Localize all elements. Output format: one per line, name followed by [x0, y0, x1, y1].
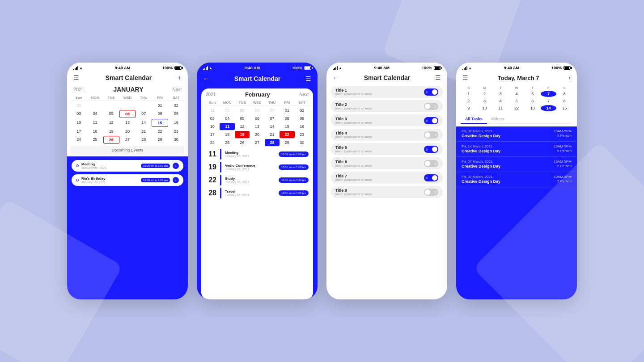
- cal-day[interactable]: 06: [119, 110, 136, 118]
- mini-day-14[interactable]: 14: [541, 105, 557, 111]
- cal-day[interactable]: 16: [168, 119, 184, 127]
- mini-day[interactable]: 15: [556, 105, 572, 111]
- cal-day[interactable]: 12: [235, 123, 250, 130]
- cal-day[interactable]: 07: [136, 110, 152, 118]
- mini-day[interactable]: 10: [477, 105, 493, 111]
- mini-day[interactable]: 1: [461, 91, 477, 97]
- toggle-3[interactable]: II: [424, 117, 438, 124]
- toggle-1[interactable]: II: [424, 88, 438, 96]
- cal-day[interactable]: 11: [87, 119, 103, 127]
- cal-day[interactable]: [136, 102, 152, 109]
- mini-day[interactable]: 6: [525, 98, 541, 104]
- toggle-6[interactable]: II: [424, 160, 438, 167]
- cal-day[interactable]: 29: [280, 139, 294, 146]
- toggle-7[interactable]: II: [424, 174, 438, 181]
- task-item-4[interactable]: Title 4 lorem ipsum dolor sit amet II: [331, 129, 443, 141]
- cal-day[interactable]: 05: [235, 107, 250, 114]
- menu-icon-1[interactable]: ☰: [73, 74, 79, 81]
- cal-day[interactable]: 23: [168, 128, 184, 135]
- cal-day[interactable]: 30: [168, 136, 184, 144]
- phone2-next[interactable]: Next: [299, 92, 309, 97]
- event-card-2[interactable]: Ria's Birthday January 15, 2021 10:00 am…: [72, 174, 183, 186]
- mini-day[interactable]: 3: [477, 98, 493, 104]
- cal-day[interactable]: 31: [71, 102, 87, 109]
- cal-day-11[interactable]: 11: [220, 123, 234, 130]
- cal-day[interactable]: 15: [280, 123, 294, 130]
- cal-next-1[interactable]: Next: [172, 87, 182, 92]
- mini-day[interactable]: 9: [461, 105, 477, 111]
- cal-day[interactable]: 26: [235, 139, 250, 146]
- back-icon-3[interactable]: ←: [333, 74, 339, 81]
- cal-day[interactable]: [119, 102, 136, 109]
- cal-day[interactable]: 20: [250, 131, 264, 138]
- cal-day[interactable]: 09: [168, 110, 184, 118]
- task-item-7[interactable]: Title 7 lorem ipsum dolor sit amet II: [331, 172, 443, 184]
- cal-day[interactable]: 31: [205, 107, 220, 114]
- cal-day[interactable]: [87, 102, 103, 109]
- cal-day[interactable]: 12: [103, 119, 119, 127]
- cal-day[interactable]: 08: [152, 110, 168, 118]
- mini-day-7[interactable]: 7: [541, 91, 557, 97]
- cal-day[interactable]: 21: [136, 128, 152, 135]
- schedule-item-3[interactable]: Fri, 07 March, 2021 10AM-5PM Creative De…: [456, 157, 577, 172]
- cal-day[interactable]: 20: [119, 128, 136, 135]
- event-list-item-1[interactable]: 11 Meeting January 06, 2021 10:00 am to …: [206, 149, 309, 160]
- cal-day[interactable]: 25: [220, 139, 234, 146]
- task-item-5[interactable]: Title 5 lorem ipsum dolor sit amet II: [331, 143, 443, 155]
- cal-day[interactable]: 26: [103, 136, 119, 144]
- event-action-1[interactable]: ›: [173, 163, 179, 169]
- cal-day[interactable]: 28: [136, 136, 152, 144]
- cal-day-28[interactable]: 28: [265, 139, 280, 146]
- task-item-2[interactable]: Title 2 lorem ipsum dolor sit amet II: [331, 100, 443, 112]
- mini-day[interactable]: 5: [525, 91, 541, 97]
- mini-day[interactable]: 2: [477, 91, 493, 97]
- cal-day[interactable]: 14: [136, 119, 152, 127]
- cal-day[interactable]: 17: [71, 128, 87, 135]
- cal-day-today[interactable]: 15: [152, 119, 168, 127]
- cal-day[interactable]: 07: [265, 107, 280, 114]
- tab-others[interactable]: Others: [487, 115, 509, 123]
- mini-day[interactable]: 4: [492, 98, 508, 104]
- mini-day[interactable]: 2: [461, 98, 477, 104]
- mini-day[interactable]: 8: [556, 91, 572, 97]
- event-list-item-2[interactable]: 19 Vedio Conference January 06, 2021 10:…: [206, 162, 309, 173]
- cal-day[interactable]: 13: [250, 123, 264, 130]
- cal-day[interactable]: 17: [205, 131, 220, 138]
- mini-day[interactable]: 5: [508, 98, 525, 104]
- task-item-6[interactable]: Title 6 lorem ipsum dolor sit amet II: [331, 157, 443, 169]
- cal-day[interactable]: 04: [220, 107, 234, 114]
- cal-day-22[interactable]: 22: [280, 131, 294, 138]
- cal-day[interactable]: 18: [220, 131, 234, 138]
- cal-day[interactable]: 14: [265, 123, 280, 130]
- cal-day[interactable]: 05: [235, 115, 250, 122]
- cal-day[interactable]: 03: [205, 115, 220, 122]
- menu-icon-3[interactable]: ☰: [435, 74, 441, 81]
- mini-day[interactable]: 3: [492, 91, 508, 97]
- back-icon-2[interactable]: ←: [203, 75, 209, 82]
- toggle-5[interactable]: II: [424, 146, 438, 153]
- cal-day[interactable]: 03: [71, 110, 87, 118]
- task-item-3[interactable]: Title 3 lorem ipsum dolor sit amet II: [331, 114, 443, 126]
- cal-day-19[interactable]: 19: [235, 131, 250, 138]
- task-item-8[interactable]: Title 8 lorem ipsum dolor sit amet II: [331, 186, 443, 198]
- cal-day[interactable]: 02: [295, 107, 309, 114]
- tab-all-tasks[interactable]: All Tasks: [461, 115, 487, 124]
- cal-day[interactable]: 04: [220, 115, 234, 122]
- toggle-8[interactable]: II: [424, 189, 438, 196]
- mini-day[interactable]: 13: [525, 105, 541, 111]
- cal-day[interactable]: 30: [295, 139, 309, 146]
- cal-day[interactable]: 21: [265, 131, 280, 138]
- cal-day[interactable]: 27: [119, 136, 136, 144]
- cal-day[interactable]: 06: [250, 107, 264, 114]
- cal-day[interactable]: 24: [71, 136, 87, 144]
- cal-day[interactable]: 09: [295, 115, 309, 122]
- cal-day[interactable]: 27: [250, 139, 264, 146]
- cal-day[interactable]: 19: [103, 128, 119, 135]
- mini-day[interactable]: 7: [541, 98, 557, 104]
- mini-day[interactable]: 22: [508, 105, 525, 111]
- event-list-item-3[interactable]: 22 Study January 06, 2021 10:00 am to 1:…: [206, 175, 309, 185]
- cal-day[interactable]: 22: [152, 128, 168, 135]
- cal-day[interactable]: 02: [168, 102, 184, 109]
- back-icon-4[interactable]: ‹: [568, 74, 571, 81]
- event-list-item-4[interactable]: 28 Travel January 06, 2021 10:00 am to 1…: [206, 188, 309, 198]
